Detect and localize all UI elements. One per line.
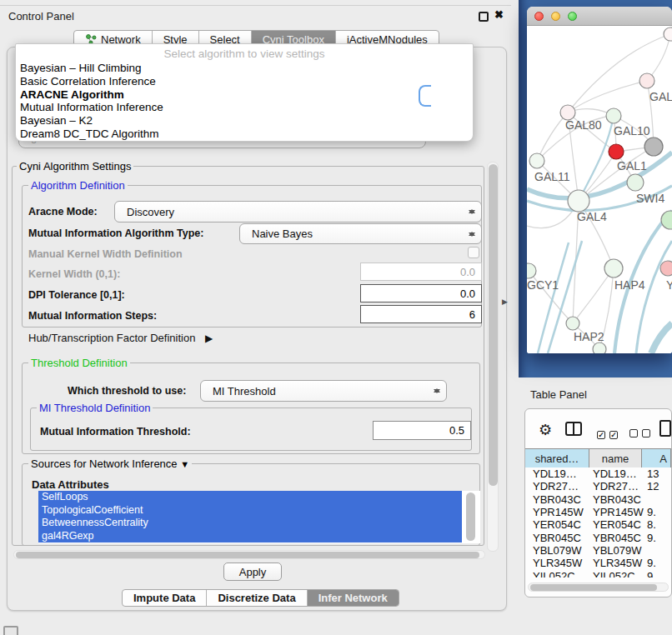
column-header-shared[interactable]: shared… xyxy=(525,449,589,468)
settings-hscrollbar[interactable] xyxy=(13,550,485,559)
which-threshold-label: Which threshold to use: xyxy=(68,385,186,397)
settings-hscrollbar-thumb[interactable] xyxy=(16,552,479,558)
document-icon[interactable] xyxy=(659,420,671,437)
close-icon[interactable]: ✖ xyxy=(494,8,504,21)
list-scrollbar-thumb[interactable] xyxy=(466,492,475,541)
table-cell: YER054C xyxy=(533,518,581,531)
node-label: SWI4 xyxy=(636,192,664,205)
hub-definition-expander[interactable]: Hub/Transcription Factor Definition ▶ xyxy=(28,332,213,344)
table-row[interactable]: YBR045CYBR045C9. xyxy=(525,532,671,544)
settings-vscrollbar-thumb[interactable] xyxy=(489,164,498,486)
network-node-gcy1[interactable] xyxy=(527,263,536,278)
table-row[interactable]: YER054CYER054C8. xyxy=(525,518,671,531)
stepper-arrows-icon xyxy=(468,228,475,240)
mi-threshold-title: MI Threshold Definition xyxy=(37,402,153,414)
network-window-titlebar[interactable] xyxy=(527,7,672,26)
node-label: HAP2 xyxy=(574,330,604,343)
table-row[interactable]: YLR345WYLR345W9. xyxy=(525,557,671,569)
network-node-gal11[interactable] xyxy=(529,153,544,168)
table-hscrollbar[interactable] xyxy=(528,582,669,592)
network-node-hap4[interactable] xyxy=(604,259,623,278)
mi-threshold-field[interactable]: 0.5 xyxy=(373,421,471,440)
splitter-arrow-icon[interactable]: ▶ xyxy=(502,298,508,306)
network-graph[interactable]: GAL80GAL10GALGAL1GAL11SWI4GAL4GCY1HAP4YH… xyxy=(527,26,672,353)
checked-boxes-icon[interactable]: ✓✓ xyxy=(597,426,618,441)
attribute-item[interactable]: SelfLoops xyxy=(38,491,462,504)
sources-title-row[interactable]: Sources for Network Inference ▼ xyxy=(28,458,192,470)
network-node[interactable] xyxy=(644,138,663,156)
manual-kernel-checkbox[interactable] xyxy=(468,247,479,258)
stepper-arrows-icon xyxy=(468,206,475,218)
minimize-traffic-light-icon[interactable] xyxy=(551,12,560,21)
table-row[interactable]: YIL052CYIL052C9 xyxy=(525,570,671,578)
docked-panel-icon[interactable] xyxy=(3,626,18,635)
mi-type-label: Mutual Information Algorithm Type: xyxy=(28,228,203,239)
unchecked-boxes-icon[interactable] xyxy=(629,426,650,441)
close-traffic-light-icon[interactable] xyxy=(534,12,544,21)
mi-steps-field[interactable]: 6 xyxy=(360,305,482,323)
network-node-y[interactable] xyxy=(660,261,672,276)
network-node-swi4[interactable] xyxy=(627,174,644,191)
settings-vscrollbar[interactable] xyxy=(487,162,499,552)
network-node-gal10[interactable] xyxy=(606,108,621,123)
network-node[interactable] xyxy=(661,211,672,229)
tab-infer-network[interactable]: Infer Network xyxy=(308,590,399,606)
attribute-item[interactable]: TopologicalCoefficient xyxy=(38,504,462,518)
control-panel-title: Control Panel xyxy=(8,10,74,22)
data-attributes-label: Data Attributes xyxy=(32,478,109,491)
kernel-width-field[interactable]: 0.0 xyxy=(360,262,482,281)
network-canvas[interactable]: GAL80GAL10GALGAL1GAL11SWI4GAL4GCY1HAP4YH… xyxy=(527,26,672,353)
table-row[interactable]: YBL079WYBL079W xyxy=(525,544,671,557)
network-edge xyxy=(568,81,647,112)
table-cell: YBR043C xyxy=(593,493,641,506)
algorithm-option[interactable]: Mutual Information Inference xyxy=(16,101,473,114)
table-cell: 13 xyxy=(647,468,659,480)
table-row[interactable]: YDR27…YDR27…12 xyxy=(525,480,671,492)
algorithm-option[interactable]: Bayesian – Hill Climbing xyxy=(16,62,473,75)
column-header-name[interactable]: name xyxy=(589,449,642,468)
table-row[interactable]: YBR043CYBR043C xyxy=(525,493,671,506)
dpi-tolerance-field[interactable]: 0.0 xyxy=(360,284,482,302)
algorithm-option[interactable]: Dream8 DC_TDC Algorithm xyxy=(16,128,473,141)
float-panel-icon[interactable] xyxy=(479,12,489,22)
table-cell: YDL19… xyxy=(533,468,577,480)
table-cell: YER054C xyxy=(593,518,641,531)
algorithm-list: Bayesian – Hill ClimbingBasic Correlatio… xyxy=(16,62,473,141)
table-row[interactable]: YPR145WYPR145W9. xyxy=(525,506,671,518)
sources-title: Sources for Network Inference xyxy=(31,458,178,470)
focused-combo-fragment xyxy=(419,85,431,107)
zoom-traffic-light-icon[interactable] xyxy=(568,12,577,21)
algorithm-definition-title: Algorithm Definition xyxy=(28,179,128,192)
hub-definition-label: Hub/Transcription Factor Definition xyxy=(28,332,195,344)
network-edge xyxy=(651,323,672,353)
kernel-width-label: Kernel Width (0,1): xyxy=(28,268,120,280)
network-node-hap2[interactable] xyxy=(566,317,579,330)
table-cell: YPR145W xyxy=(593,506,644,518)
apply-button[interactable]: Apply xyxy=(223,562,282,581)
attribute-item[interactable]: gal4RGexp xyxy=(38,530,462,543)
network-view-window[interactable]: GAL80GAL10GALGAL1GAL11SWI4GAL4GCY1HAP4YH… xyxy=(527,7,672,353)
data-attributes-list[interactable]: SelfLoopsTopologicalCoefficientBetweenne… xyxy=(38,491,480,543)
gear-icon[interactable]: ⚙ xyxy=(539,421,552,439)
algorithm-option[interactable]: ARACNE Algorithm xyxy=(16,88,473,102)
table-row[interactable]: YDL19…YDL19…13 xyxy=(525,468,671,480)
table-cell: YBR045C xyxy=(593,532,641,544)
network-node[interactable] xyxy=(664,28,672,41)
node-label: GAL10 xyxy=(614,124,650,138)
algorithm-option[interactable]: Bayesian – K2 xyxy=(16,114,473,128)
tab-impute-data[interactable]: Impute Data xyxy=(123,590,207,606)
table-hscrollbar-thumb[interactable] xyxy=(530,584,657,591)
network-node[interactable] xyxy=(593,342,606,353)
attribute-item[interactable]: BetweennessCentrality xyxy=(38,517,462,530)
aracne-mode-select[interactable]: Discovery xyxy=(114,201,482,222)
network-node-gal4[interactable] xyxy=(568,190,589,212)
tab-discretize-data[interactable]: Discretize Data xyxy=(207,590,307,606)
column-header-A[interactable]: A xyxy=(642,449,671,468)
mi-type-select[interactable]: Naive Bayes xyxy=(239,223,482,244)
network-node-gal[interactable] xyxy=(639,73,654,88)
expand-arrow-icon: ▶ xyxy=(205,332,213,344)
columns-icon[interactable] xyxy=(565,422,582,436)
algorithm-option[interactable]: Basic Correlation Inference xyxy=(16,75,473,88)
network-node-gal1[interactable] xyxy=(609,144,624,159)
which-threshold-select[interactable]: MI Threshold xyxy=(200,380,447,402)
